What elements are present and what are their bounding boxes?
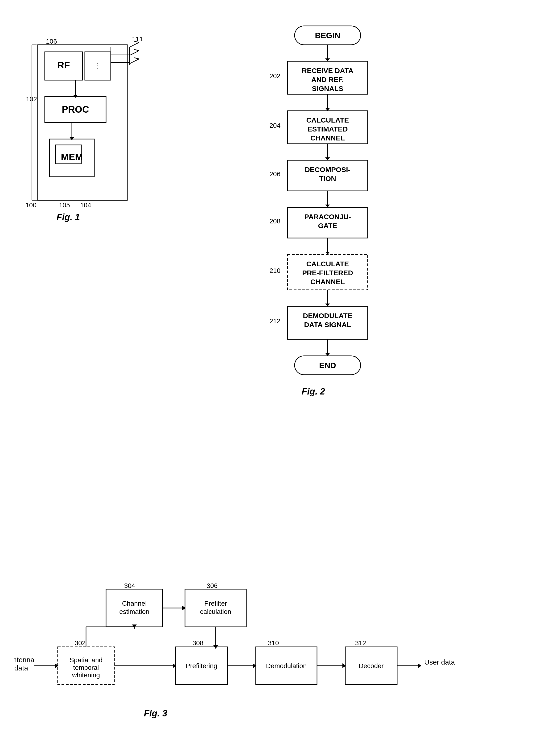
svg-text:208: 208 — [269, 218, 280, 225]
svg-marker-120 — [418, 663, 421, 668]
svg-text:106: 106 — [46, 38, 57, 45]
svg-text:204: 204 — [269, 122, 280, 129]
svg-text:BEGIN: BEGIN — [315, 31, 340, 40]
svg-line-20 — [130, 59, 139, 64]
svg-text:308: 308 — [193, 639, 204, 647]
svg-text:temporal: temporal — [73, 664, 99, 671]
svg-text:Demodulation: Demodulation — [266, 662, 307, 670]
fig3: Antenna data Spatial and temporal whiten… — [14, 537, 533, 731]
svg-marker-37 — [325, 58, 330, 61]
fig1: RF ⋮ PROC MEM — [19, 28, 156, 222]
svg-text:PROC: PROC — [62, 104, 89, 115]
svg-text:calculation: calculation — [200, 608, 231, 615]
svg-text:CHANNEL: CHANNEL — [310, 134, 345, 142]
svg-text:CALCULATE: CALCULATE — [306, 260, 349, 268]
svg-text:100: 100 — [25, 201, 37, 209]
svg-text:estimation: estimation — [119, 608, 149, 615]
svg-text:Spatial and: Spatial and — [70, 656, 103, 664]
svg-text:302: 302 — [75, 639, 86, 647]
svg-text:Decoder: Decoder — [359, 662, 384, 670]
fig2-caption: Fig. 2 — [302, 386, 325, 397]
svg-text:PRE-FILTERED: PRE-FILTERED — [302, 269, 353, 277]
svg-text:312: 312 — [355, 639, 366, 647]
svg-text:Fig. 3: Fig. 3 — [144, 708, 167, 718]
svg-text:AND REF.: AND REF. — [311, 76, 344, 83]
svg-text:Antenna: Antenna — [14, 656, 34, 664]
svg-marker-63 — [325, 252, 330, 255]
svg-text:whitening: whitening — [72, 671, 100, 679]
fig1-svg: RF ⋮ PROC MEM — [19, 28, 156, 222]
svg-text:TION: TION — [319, 175, 336, 182]
svg-marker-44 — [325, 108, 330, 111]
svg-text:210: 210 — [269, 267, 280, 274]
svg-text:Prefilter: Prefilter — [204, 600, 227, 607]
svg-text:304: 304 — [124, 582, 135, 589]
svg-text:206: 206 — [269, 170, 280, 178]
svg-marker-57 — [325, 205, 330, 207]
svg-line-21 — [134, 58, 139, 59]
svg-text:data: data — [14, 664, 28, 672]
svg-line-16 — [130, 42, 139, 47]
svg-text:DECOMPOSI-: DECOMPOSI- — [305, 166, 350, 173]
svg-text:DATA SIGNAL: DATA SIGNAL — [304, 321, 351, 329]
svg-text:User data: User data — [424, 658, 455, 666]
svg-text:⋮: ⋮ — [95, 62, 101, 69]
svg-text:Channel: Channel — [122, 600, 147, 607]
fig2: BEGIN RECEIVE DATA AND REF. SIGNALS 202 … — [236, 19, 448, 514]
svg-text:GATE: GATE — [318, 222, 337, 230]
svg-text:212: 212 — [269, 317, 280, 325]
svg-text:105: 105 — [59, 201, 70, 209]
svg-text:RECEIVE DATA: RECEIVE DATA — [302, 67, 354, 74]
svg-marker-76 — [325, 353, 330, 356]
svg-text:Prefiltering: Prefiltering — [186, 662, 217, 670]
svg-marker-51 — [325, 157, 330, 160]
svg-text:RF: RF — [57, 60, 70, 70]
svg-marker-70 — [325, 304, 330, 306]
svg-text:MEM: MEM — [61, 152, 83, 162]
svg-text:ESTIMATED: ESTIMATED — [307, 125, 348, 133]
svg-text:104: 104 — [80, 201, 91, 209]
svg-line-18 — [130, 51, 139, 55]
svg-text:310: 310 — [268, 639, 279, 647]
svg-text:CALCULATE: CALCULATE — [306, 116, 349, 124]
svg-text:DEMODULATE: DEMODULATE — [303, 312, 352, 320]
svg-text:306: 306 — [207, 582, 218, 589]
svg-text:PARACONJU-: PARACONJU- — [304, 213, 351, 221]
svg-text:202: 202 — [269, 72, 280, 80]
svg-text:SIGNALS: SIGNALS — [312, 85, 343, 92]
svg-line-19 — [134, 49, 139, 51]
svg-text:111: 111 — [132, 35, 143, 43]
page: RF ⋮ PROC MEM — [0, 0, 543, 756]
svg-text:102: 102 — [26, 95, 37, 103]
svg-text:CHANNEL: CHANNEL — [310, 278, 345, 286]
fig2-svg: BEGIN RECEIVE DATA AND REF. SIGNALS 202 … — [236, 19, 448, 514]
fig3-svg: Antenna data Spatial and temporal whiten… — [14, 537, 533, 731]
svg-text:END: END — [319, 361, 336, 370]
fig1-caption: Fig. 1 — [57, 212, 80, 222]
